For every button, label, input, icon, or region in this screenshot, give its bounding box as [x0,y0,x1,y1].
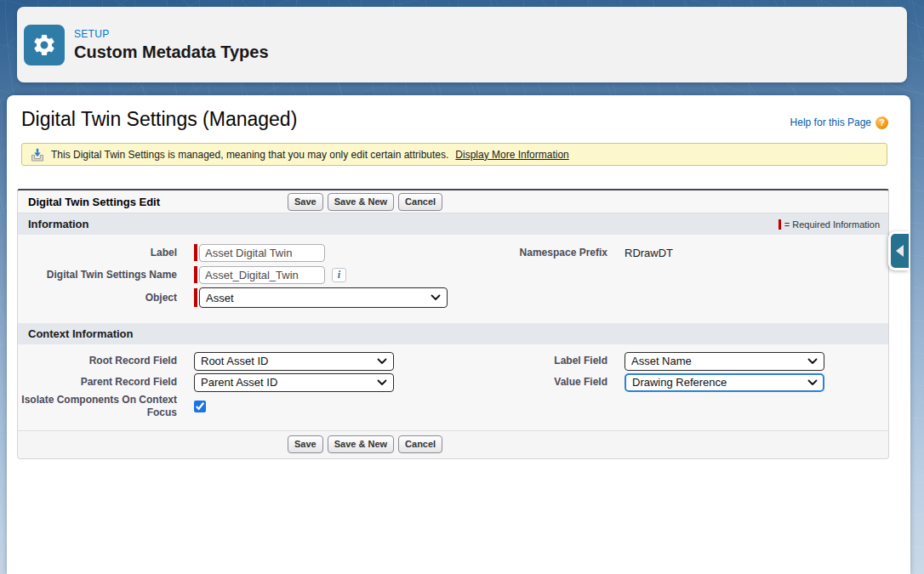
form-row: Label Namespace Prefix RDrawDT [18,242,888,264]
information-section-body: Label Namespace Prefix RDrawDT Digital T… [18,235,888,323]
managed-package-icon [31,148,44,162]
section-title: Context Information [28,327,134,340]
top-button-group: Save Save & New Cancel [288,193,442,211]
required-indicator [194,244,197,261]
root-record-field-label: Root Record Field [18,355,177,367]
section-header-context-information: Context Information [18,323,888,344]
save-button-top[interactable]: Save [288,193,323,211]
required-indicator [194,266,197,283]
form-row: Digital Twin Settings Name i [18,264,888,286]
form-title: Digital Twin Settings Edit [28,196,160,208]
form-row: Parent Record Field Parent Asset ID Valu… [18,372,888,393]
setup-gear-icon [24,25,65,65]
label-field-select[interactable]: Asset Name [625,352,824,371]
form-row: Object Asset [18,286,888,310]
banner-text: This Digital Twin Settings is managed, m… [51,149,448,161]
settings-name-label: Digital Twin Settings Name [18,269,177,281]
bottom-button-group: Save Save & New Cancel [288,435,442,453]
label-field-select-label: Label Field [449,355,607,367]
help-area: Help for this Page ? [790,114,888,131]
edit-form-card: Digital Twin Settings Edit Save Save & N… [17,189,889,459]
required-indicator [194,288,197,307]
namespace-prefix-label: Namespace Prefix [449,247,607,259]
parent-record-select-wrapper: Parent Asset ID [194,373,394,392]
value-field-select-wrapper: Drawing Reference [625,373,824,392]
namespace-prefix-value: RDrawDT [607,247,888,259]
app-title: Custom Metadata Types [74,43,269,62]
label-input[interactable] [199,244,325,262]
form-card-header: Digital Twin Settings Edit Save Save & N… [18,190,888,213]
salesforce-setup-page: SETUP Custom Metadata Types Digital Twin… [0,0,924,574]
page-header-row: Digital Twin Settings (Managed) Help for… [7,95,910,131]
save-button-bottom[interactable]: Save [288,435,323,453]
root-record-field-select[interactable]: Root Asset ID [194,352,394,371]
setup-eyebrow: SETUP [74,28,269,40]
root-record-select-wrapper: Root Asset ID [194,352,394,371]
chevron-left-icon [896,245,904,257]
save-and-new-button-top[interactable]: Save & New [328,193,394,211]
section-title: Information [28,218,89,230]
form-row: Isolate Components On Context Focus [18,393,888,420]
collapse-sidebar-tab[interactable] [888,231,909,270]
save-and-new-button-bottom[interactable]: Save & New [328,435,394,453]
required-legend-text: = Required Information [784,219,880,230]
object-select-wrapper: Asset [199,287,448,308]
parent-record-field-select[interactable]: Parent Asset ID [194,373,394,392]
object-label: Object [18,292,177,304]
info-icon[interactable]: i [332,268,346,282]
display-more-information-link[interactable]: Display More Information [455,149,568,161]
settings-name-input[interactable] [199,266,325,284]
section-header-information: Information = Required Information [18,213,888,235]
label-field-select-wrapper: Asset Name [625,352,824,371]
object-select[interactable]: Asset [199,287,448,308]
label-field-label: Label [18,247,177,259]
cancel-button-bottom[interactable]: Cancel [398,435,442,453]
managed-info-banner: This Digital Twin Settings is managed, m… [21,143,887,166]
form-card-footer: Save Save & New Cancel [18,430,888,458]
context-section-body: Root Record Field Root Asset ID Label Fi… [18,344,888,430]
gear-icon [31,32,57,58]
value-field-select[interactable]: Drawing Reference [625,373,824,392]
value-field-select-label: Value Field [449,376,607,389]
help-for-page-link[interactable]: Help for this Page [790,117,871,128]
page-title: Digital Twin Settings (Managed) [21,108,297,131]
parent-record-field-label: Parent Record Field [18,376,177,389]
content-panel: Digital Twin Settings (Managed) Help for… [7,95,910,574]
form-row: Root Record Field Root Asset ID Label Fi… [18,350,888,372]
help-question-icon[interactable]: ? [876,117,888,129]
required-information-legend: = Required Information [779,219,880,230]
isolate-components-label: Isolate Components On Context Focus [18,394,177,419]
setup-header-card: SETUP Custom Metadata Types [17,7,907,82]
isolate-components-checkbox[interactable] [194,401,206,412]
cancel-button-top[interactable]: Cancel [398,193,442,211]
required-indicator [779,219,781,230]
